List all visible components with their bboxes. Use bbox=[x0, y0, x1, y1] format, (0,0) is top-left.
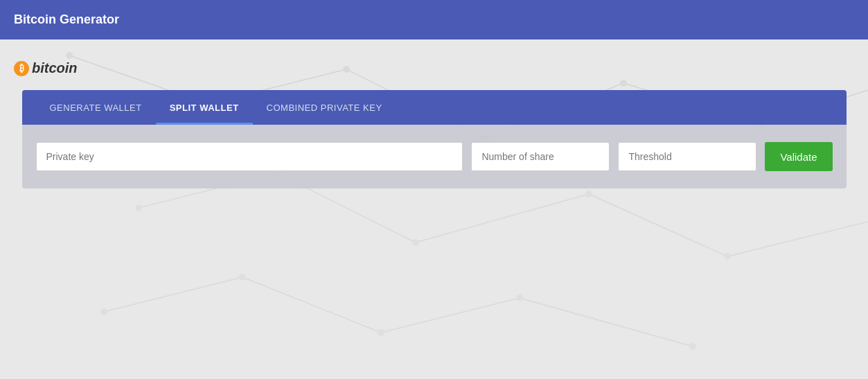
threshold-input[interactable] bbox=[618, 142, 756, 171]
main-content: ₿ bitcoin GENERATE WALLET SPLIT WALLET C… bbox=[0, 39, 868, 209]
tab-combined-private-key[interactable]: COMBINED PRIVATE KEY bbox=[253, 90, 396, 125]
svg-point-23 bbox=[412, 239, 419, 246]
svg-line-10 bbox=[727, 222, 868, 256]
svg-point-26 bbox=[100, 308, 107, 315]
form-area: Validate bbox=[22, 125, 847, 188]
svg-line-11 bbox=[104, 277, 242, 312]
bitcoin-icon: ₿ bbox=[14, 61, 29, 76]
svg-point-30 bbox=[689, 343, 696, 350]
validate-button[interactable]: Validate bbox=[765, 142, 832, 171]
svg-point-25 bbox=[724, 253, 731, 260]
svg-line-12 bbox=[242, 277, 381, 333]
main-panel: GENERATE WALLET SPLIT WALLET COMBINED PR… bbox=[22, 90, 847, 188]
svg-point-27 bbox=[239, 274, 246, 281]
bitcoin-logo: ₿ bitcoin bbox=[10, 60, 858, 76]
svg-line-13 bbox=[381, 298, 520, 333]
app-header: Bitcoin Generator bbox=[0, 0, 868, 39]
bitcoin-logo-text: bitcoin bbox=[32, 60, 78, 76]
tab-bar: GENERATE WALLET SPLIT WALLET COMBINED PR… bbox=[22, 90, 847, 125]
svg-point-29 bbox=[516, 294, 523, 301]
tab-generate-wallet[interactable]: GENERATE WALLET bbox=[36, 90, 156, 125]
svg-point-28 bbox=[378, 329, 384, 336]
number-of-share-input[interactable] bbox=[471, 142, 610, 171]
app-title: Bitcoin Generator bbox=[14, 12, 119, 27]
private-key-input[interactable] bbox=[36, 142, 463, 171]
svg-line-14 bbox=[520, 298, 693, 346]
tab-split-wallet[interactable]: SPLIT WALLET bbox=[156, 90, 253, 125]
